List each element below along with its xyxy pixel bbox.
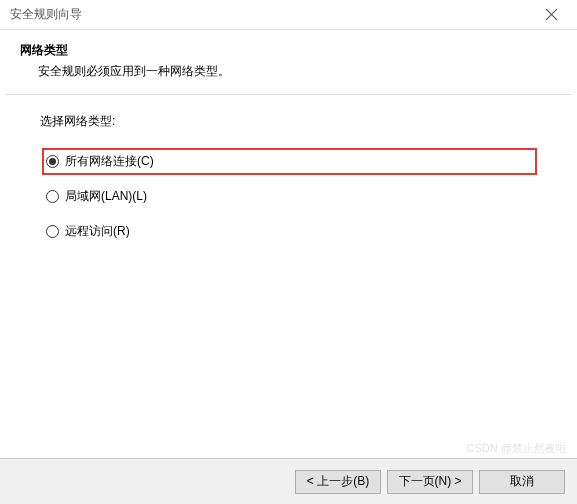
watermark: CSDN @禁止然夜啦 bbox=[467, 441, 567, 456]
page-title: 网络类型 bbox=[20, 42, 557, 59]
wizard-header: 网络类型 安全规则必须应用到一种网络类型。 bbox=[0, 30, 577, 94]
radio-all-connections[interactable]: 所有网络连接(C) bbox=[42, 148, 537, 175]
page-description: 安全规则必须应用到一种网络类型。 bbox=[20, 63, 557, 80]
radio-remote-access[interactable]: 远程访问(R) bbox=[42, 218, 537, 245]
titlebar: 安全规则向导 bbox=[0, 0, 577, 30]
radio-label: 局域网(LAN)(L) bbox=[65, 188, 147, 205]
close-button[interactable] bbox=[531, 2, 571, 28]
next-button[interactable]: 下一页(N) > bbox=[387, 470, 473, 494]
back-button[interactable]: < 上一步(B) bbox=[295, 470, 381, 494]
radio-lan[interactable]: 局域网(LAN)(L) bbox=[42, 183, 537, 210]
cancel-button[interactable]: 取消 bbox=[479, 470, 565, 494]
radio-icon bbox=[46, 190, 59, 203]
radio-icon bbox=[46, 155, 59, 168]
section-label: 选择网络类型: bbox=[40, 113, 537, 130]
radio-icon bbox=[46, 225, 59, 238]
radio-label: 所有网络连接(C) bbox=[65, 153, 154, 170]
wizard-footer: < 上一步(B) 下一页(N) > 取消 bbox=[0, 458, 577, 504]
network-type-radio-group: 所有网络连接(C) 局域网(LAN)(L) 远程访问(R) bbox=[40, 148, 537, 245]
window-title: 安全规则向导 bbox=[10, 6, 82, 23]
close-icon bbox=[546, 9, 557, 20]
radio-label: 远程访问(R) bbox=[65, 223, 130, 240]
wizard-content: 选择网络类型: 所有网络连接(C) 局域网(LAN)(L) 远程访问(R) bbox=[0, 95, 577, 271]
